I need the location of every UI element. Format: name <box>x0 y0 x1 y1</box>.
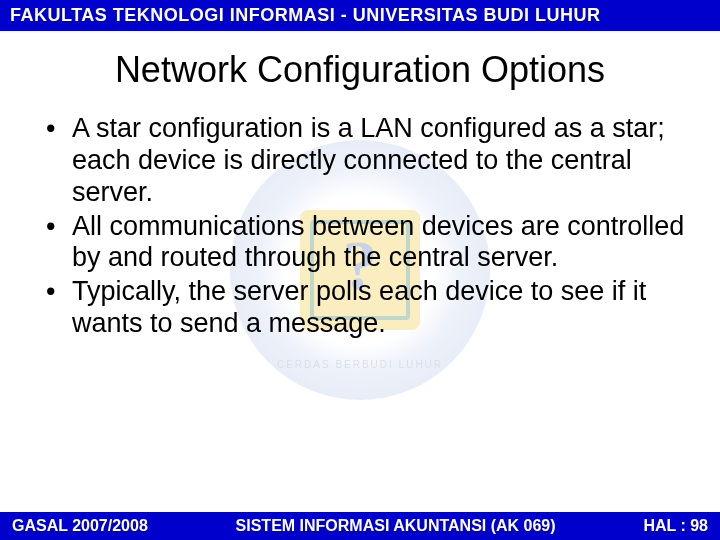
list-item: • All communications between devices are… <box>46 211 690 275</box>
footer-bar: GASAL 2007/2008 SISTEM INFORMASI AKUNTAN… <box>0 512 720 540</box>
bullet-list: • A star configuration is a LAN configur… <box>0 113 720 340</box>
bullet-icon: • <box>46 211 72 243</box>
footer-term: GASAL 2007/2008 <box>12 517 158 535</box>
bullet-icon: • <box>46 276 72 308</box>
footer-course: SISTEM INFORMASI AKUNTANSI (AK 069) <box>158 517 634 535</box>
watermark-motto: CERDAS BERBUDI LUHUR <box>230 359 490 370</box>
bullet-text: A star configuration is a LAN configured… <box>72 113 690 209</box>
bullet-text: Typically, the server polls each device … <box>72 276 690 340</box>
header-bar: FAKULTAS TEKNOLOGI INFORMASI - UNIVERSIT… <box>0 0 720 31</box>
slide-title: Network Configuration Options <box>0 49 720 91</box>
bullet-icon: • <box>46 113 72 145</box>
footer-page: HAL : 98 <box>633 517 708 535</box>
list-item: • A star configuration is a LAN configur… <box>46 113 690 209</box>
bullet-text: All communications between devices are c… <box>72 211 690 275</box>
list-item: • Typically, the server polls each devic… <box>46 276 690 340</box>
